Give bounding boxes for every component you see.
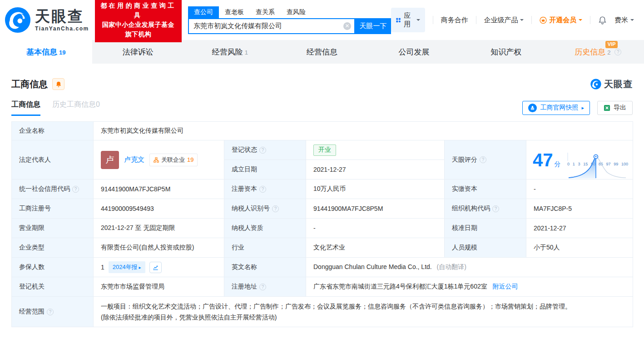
search-button[interactable]: 天眼一下: [355, 18, 391, 34]
help-icon[interactable]: [259, 284, 266, 290]
tab-company-development[interactable]: 公司发展: [368, 40, 460, 64]
subtab-count: 0: [96, 100, 100, 108]
approval-date-label: 核准日期: [445, 219, 526, 238]
establish-date-value: 2021-12-27: [306, 160, 445, 179]
taxpayer-id-value: 91441900MA7FJC8P5M: [306, 199, 445, 219]
bell-icon: [598, 16, 607, 25]
help-icon[interactable]: [259, 186, 266, 193]
tab-legal-proceedings[interactable]: 法律诉讼: [92, 40, 184, 64]
help-icon[interactable]: [492, 205, 499, 212]
search-box: [188, 18, 355, 34]
score-label: 天眼评分: [445, 140, 526, 179]
label-text: 登记状态: [232, 146, 257, 154]
chevron-down-icon: [416, 19, 420, 23]
subscribe-alert-button[interactable]: [52, 78, 64, 90]
business-term-value: 2021-12-27 至 无固定期限: [94, 219, 224, 238]
nav-enterprise-products[interactable]: 企业级产品: [484, 16, 524, 25]
export-button[interactable]: 导出: [597, 101, 633, 115]
company-type-value: 有限责任公司(自然人投资或控股): [94, 238, 224, 258]
help-icon[interactable]: [72, 186, 79, 193]
score-unit: 分: [555, 160, 561, 168]
label-text: 天眼评分: [452, 156, 477, 164]
business-scope-note: (除依法须经批准的项目外，凭营业执照依法自主开展经营活动): [101, 312, 625, 323]
tab-label: 经营信息: [307, 47, 337, 57]
nav-divider: [476, 16, 476, 24]
enterprise-products-label: 企业级产品: [484, 16, 518, 25]
search-input[interactable]: [188, 18, 355, 34]
stamp-icon: [528, 104, 537, 112]
search-tab-relation[interactable]: 查关系: [250, 6, 281, 18]
nav-divider: [531, 16, 532, 24]
score-distribution-chart[interactable]: 0131550859799100: [567, 153, 628, 166]
trend-chart-button[interactable]: [149, 262, 162, 273]
nav-open-vip[interactable]: 开通会员: [540, 16, 582, 25]
logo-title: 天眼查: [35, 9, 89, 24]
nav-business-cooperation[interactable]: 商务合作: [441, 16, 468, 25]
tab-label: 基本信息: [26, 47, 57, 57]
reg-capital-value: 10万人民币: [306, 179, 445, 199]
reg-status-value: 开业: [306, 140, 445, 160]
paid-capital-value: -: [526, 179, 633, 199]
help-icon[interactable]: [259, 147, 266, 154]
snapshot-label: 工商官网快照: [540, 104, 578, 112]
reg-authority-value: 东莞市市场监督管理局: [94, 277, 224, 297]
uscc-label: 统一社会信用代码: [12, 179, 94, 199]
reg-address-label: 注册地址: [224, 277, 306, 297]
subtab-business-info[interactable]: 工商信息: [11, 100, 40, 116]
watermark-text: 天眼查: [604, 78, 633, 90]
insured-count-label: 参保人数: [12, 258, 94, 277]
legal-rep-name-link[interactable]: 卢克文: [124, 155, 144, 164]
logo-text: 天眼查 TianYanCha.com: [35, 9, 89, 32]
tab-operating-risk[interactable]: 经营风险 1: [184, 40, 276, 64]
user-menu[interactable]: 费米: [614, 16, 634, 25]
tab-basic-info[interactable]: 基本信息 19: [0, 40, 92, 64]
page-title: 工商信息: [11, 78, 48, 90]
bell-curve-svg: [568, 153, 627, 179]
help-icon[interactable]: [480, 156, 486, 163]
english-name-cell: Dongguan Chulan Culture Media Co., Ltd. …: [306, 258, 633, 277]
tab-history-info[interactable]: VIP 历史信息 2: [552, 40, 644, 64]
related-companies-count: 19: [187, 156, 193, 163]
subtab-history-business-info[interactable]: 历史工商信息0: [52, 100, 100, 116]
establish-date-label: 成立日期: [224, 160, 306, 179]
legal-rep-avatar[interactable]: 卢: [101, 151, 119, 169]
subtab-buttons: 工商官网快照 导出: [522, 101, 633, 115]
table-row: 经营范围 一般项目：组织文化艺术交流活动；广告设计、代理；广告制作；广告发布；会…: [12, 297, 633, 327]
help-icon[interactable]: [47, 309, 54, 315]
table-row: 统一社会信用代码 91441900MA7FJC8P5M 注册资本 10万人民币 …: [12, 179, 633, 199]
search-tab-risk[interactable]: 查风险: [281, 6, 312, 18]
org-chart-icon: [154, 157, 159, 163]
tianyancha-logo[interactable]: 天眼查 TianYanCha.com: [5, 7, 89, 33]
search-tab-boss[interactable]: 查老板: [219, 6, 250, 18]
username: 费米: [614, 16, 628, 25]
clear-search-icon[interactable]: [343, 22, 351, 30]
chevron-down-icon: [630, 19, 634, 23]
tab-operating-info[interactable]: 经营信息: [276, 40, 368, 64]
top-header: 天眼查 TianYanCha.com 都在用的商业查询工具 国家中小企业发展子基…: [0, 0, 644, 40]
export-label: 导出: [614, 104, 626, 112]
taxpayer-quality-label: 纳税人资质: [224, 219, 306, 238]
company-type-label: 企业类型: [12, 238, 94, 258]
tab-intellectual-property[interactable]: 知识产权: [460, 40, 552, 64]
table-row: 参保人数 1 2024年报 英文名称: [12, 258, 633, 277]
search-tab-company[interactable]: 查公司: [188, 6, 219, 18]
official-snapshot-button[interactable]: 工商官网快照: [522, 101, 590, 115]
nav-divider: [433, 16, 433, 24]
help-icon[interactable]: [272, 205, 279, 212]
legal-rep-cell: 卢 卢克文 关联企业 19: [94, 140, 224, 179]
related-companies-badge[interactable]: 关联企业 19: [149, 154, 198, 166]
promo-banner[interactable]: 都在用的商业查询工具 国家中小企业发展子基金旗下机构: [95, 0, 182, 42]
watermark-logo: 天眼查: [590, 78, 633, 90]
help-icon[interactable]: [614, 49, 621, 55]
table-row: 营业期限 2021-12-27 至 无固定期限 纳税人资质 - 核准日期 202…: [12, 219, 633, 238]
reg-address-cell: 广东省东莞市南城街道三元路4号保利都汇大厦1栋1单元602室 附近公司: [306, 277, 633, 297]
tab-label: 公司发展: [399, 47, 430, 57]
score-cell: 47分: [526, 140, 633, 179]
notifications-button[interactable]: [598, 16, 607, 25]
orange-bell-icon: [55, 81, 62, 88]
apps-menu-button[interactable]: 应用: [391, 8, 425, 32]
nearby-companies-link[interactable]: 附近公司: [493, 283, 518, 290]
annual-report-badge[interactable]: 2024年报: [109, 261, 145, 273]
tab-count: 19: [59, 49, 65, 56]
label-text: 纳税人识别号: [232, 204, 270, 213]
